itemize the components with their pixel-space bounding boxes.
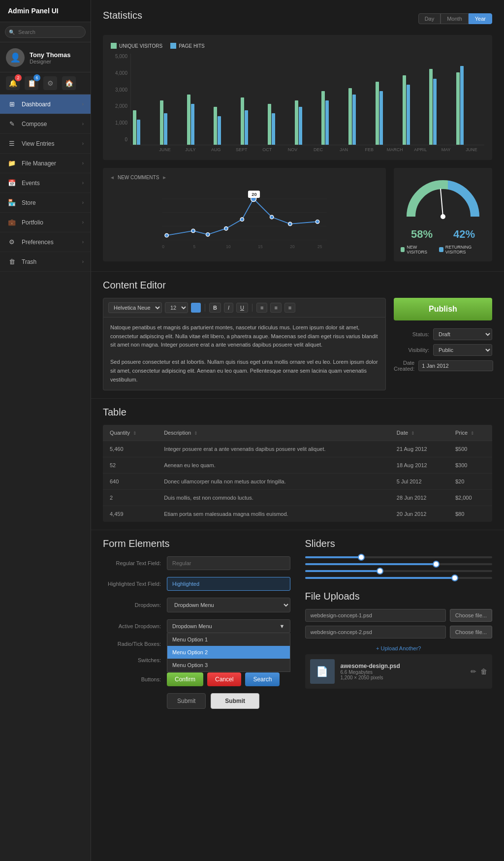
search-input[interactable] <box>5 26 86 38</box>
sidebar-item-label: File Manager <box>22 160 82 167</box>
search-button[interactable]: Search <box>245 672 280 686</box>
chevron-right-icon: › <box>82 141 84 146</box>
notifications-button[interactable]: 🔔2 <box>6 76 20 90</box>
sidebar-item-events[interactable]: 📅 Events › <box>0 173 91 193</box>
col-price[interactable]: Price ⇕ <box>448 425 492 441</box>
svg-point-22 <box>441 214 445 219</box>
clipboard-button[interactable]: 📋6 <box>25 76 38 90</box>
svg-point-13 <box>224 227 228 230</box>
visibility-select[interactable]: Public Private <box>433 344 492 356</box>
slider-thumb-3[interactable] <box>377 568 383 574</box>
bar-green <box>403 75 406 145</box>
file-input-2[interactable] <box>305 626 446 638</box>
sidebar-item-compose[interactable]: ✎ Compose › <box>0 114 91 134</box>
dropdown-option-3[interactable]: Menu Option 3 <box>167 659 290 671</box>
prev-button[interactable]: ◄ <box>110 175 115 180</box>
day-filter-button[interactable]: Day <box>418 13 441 24</box>
chevron-right-icon: › <box>82 239 84 245</box>
status-select[interactable]: Draft Published <box>433 328 492 340</box>
store-icon: 🏪 <box>7 199 17 206</box>
dropdown-label: Dropdown: <box>103 602 167 608</box>
trash-icon: 🗑 <box>7 258 17 265</box>
x-label: MAY <box>433 145 459 152</box>
calendar-icon: 📅 <box>7 179 17 187</box>
bar-group <box>403 75 429 145</box>
clipboard-badge: 6 <box>33 74 40 81</box>
x-label: MARCH <box>382 145 408 152</box>
buttons-group: Confirm Cancel Search <box>167 672 280 686</box>
bar-blue <box>218 116 221 145</box>
sidebar-item-preferences[interactable]: ⚙ Preferences › <box>0 232 91 252</box>
slider-thumb-1[interactable] <box>358 554 365 561</box>
regular-label: Regular Text Field: <box>103 560 167 566</box>
cell-date: 28 Jun 2012 <box>390 490 448 506</box>
italic-button[interactable]: I <box>224 303 233 313</box>
sidebar-item-store[interactable]: 🏪 Store › <box>0 193 91 213</box>
sidebar-item-view-entries[interactable]: ☰ View Entries › <box>0 134 91 154</box>
gauge-svg <box>404 175 482 224</box>
bold-button[interactable]: B <box>209 303 221 313</box>
status-row: Status: Draft Published <box>394 328 492 340</box>
col-date[interactable]: Date ⇕ <box>390 425 448 441</box>
date-input[interactable] <box>418 360 493 371</box>
cancel-button[interactable]: Cancel <box>207 672 241 686</box>
slider-track-2[interactable] <box>305 563 493 565</box>
sidebar-item-file-manager[interactable]: 📁 File Manager › <box>0 154 91 173</box>
user-info: Tony Thomas Designer <box>30 51 71 64</box>
submit-light-button[interactable]: Submit <box>211 693 259 709</box>
font-family-select[interactable]: Helvetica Neue <box>108 302 162 313</box>
sidebar-item-portfolio[interactable]: 💼 Portfolio › <box>0 213 91 232</box>
align-right-button[interactable]: ≡ <box>284 303 295 313</box>
bar-green <box>160 100 163 145</box>
upload-another-button[interactable]: + Upload Another? <box>305 642 493 654</box>
next-button[interactable]: ► <box>162 175 167 180</box>
underline-button[interactable]: U <box>236 303 248 313</box>
slider-track-1[interactable] <box>305 556 493 558</box>
x-axis: JUNEJULYAUGSEPTOCTNOVDECJANFEBMARCHAPRIL… <box>130 145 484 152</box>
dropdown-select[interactable]: Dropdown Menu Menu Option 1 Menu Option … <box>167 598 290 612</box>
line-chart-svg: .line-dot{fill:#4a90d9;stroke:#fff;strok… <box>110 185 379 249</box>
month-filter-button[interactable]: Month <box>441 13 469 24</box>
confirm-button[interactable]: Confirm <box>167 672 203 686</box>
settings-button[interactable]: ⚙ <box>43 76 57 90</box>
active-dropdown-label: Active Dropdown: <box>103 623 167 629</box>
svg-text:25: 25 <box>317 244 322 249</box>
sidebar-item-dashboard[interactable]: ⊞ Dashboard › <box>0 95 91 114</box>
slider-track-3[interactable] <box>305 570 493 572</box>
col-quantity[interactable]: Quantity ⇕ <box>103 425 157 441</box>
publish-button[interactable]: Publish <box>394 298 492 320</box>
highlighted-text-input[interactable] <box>167 577 290 591</box>
font-size-select[interactable]: 12 <box>165 302 188 313</box>
active-dropdown-trigger[interactable]: Dropdown Menu ▼ <box>167 619 290 633</box>
slider-fill-3 <box>305 570 380 572</box>
choose-file-1-button[interactable]: Choose file... <box>450 609 492 622</box>
bar-blue <box>460 66 464 145</box>
file-input-1[interactable] <box>305 609 446 622</box>
home-button[interactable]: 🏠 <box>62 76 76 90</box>
delete-file-button[interactable]: 🗑 <box>480 668 487 675</box>
chart-nav: ◄ NEW COMMENTS ► <box>110 175 379 180</box>
year-filter-button[interactable]: Year <box>469 13 492 24</box>
align-left-button[interactable]: ≡ <box>256 303 267 313</box>
slider-thumb-4[interactable] <box>451 574 458 581</box>
regular-text-input[interactable] <box>167 556 290 570</box>
edit-file-button[interactable]: ✏ <box>471 668 476 675</box>
form-elements: Form Elements Regular Text Field: Highli… <box>103 538 290 709</box>
dropdown-option-1[interactable]: Menu Option 1 <box>167 633 290 646</box>
switches-label: Switches: <box>103 657 167 663</box>
slider-track-4[interactable] <box>305 577 493 579</box>
cell-price: $80 <box>448 506 492 522</box>
sidebar-item-trash[interactable]: 🗑 Trash › <box>0 252 91 272</box>
date-label: Date Created: <box>394 360 418 372</box>
bar-blue <box>433 79 437 145</box>
dropdown-option-2[interactable]: Menu Option 2 <box>167 646 290 659</box>
editor-body[interactable]: Natoque penatibus et magnis dis parturie… <box>103 318 386 390</box>
slider-thumb-2[interactable] <box>433 561 440 568</box>
align-center-button[interactable]: ≡ <box>270 303 281 313</box>
color-picker-button[interactable] <box>191 303 201 313</box>
choose-file-2-button[interactable]: Choose file... <box>450 626 492 638</box>
col-description[interactable]: Description ⇕ <box>157 425 390 441</box>
cell-price: $2,000 <box>448 490 492 506</box>
submit-dark-button[interactable]: Submit <box>167 693 206 709</box>
file-uploads-section: File Uploads Choose file... Choose file.… <box>305 591 493 689</box>
